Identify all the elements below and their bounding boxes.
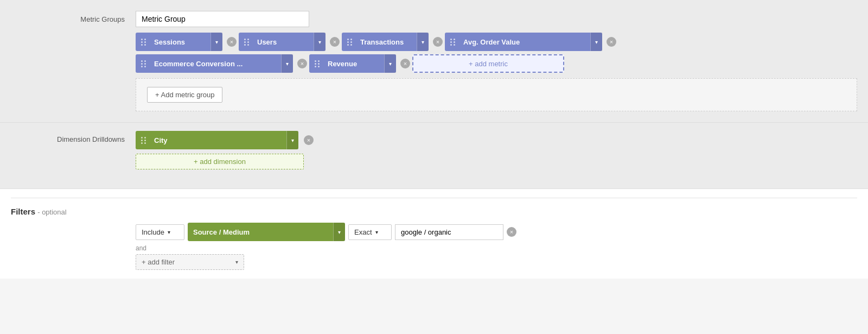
filters-label: Filters (11, 207, 35, 216)
add-filter-row: + add filter ▾ (136, 254, 857, 270)
caret-sessions: ▾ (215, 39, 218, 45)
metric-chip-sessions-label: Sessions (152, 38, 210, 46)
metric-chip-ecommerce-dropdown[interactable]: ▾ (281, 54, 293, 73)
metric-chip-users-label: Users (255, 38, 314, 46)
drag-handle-users[interactable] (239, 39, 255, 46)
metric-chip-users-close[interactable]: × (330, 37, 340, 47)
dimension-chip-city-label: City (152, 136, 286, 144)
add-metric-group-container: + Add metric group (136, 78, 857, 111)
main-container: Metric Groups (0, 0, 868, 279)
drag-dots-users (242, 39, 252, 46)
filter-value-input[interactable] (395, 224, 503, 240)
filters-optional: - optional (37, 208, 66, 216)
metric-chip-revenue-close[interactable]: × (400, 59, 410, 68)
metric-chip-avg-order-dropdown[interactable]: ▾ (590, 33, 602, 51)
dimension-chips-row: City ▾ × (136, 131, 857, 149)
dimension-chip-city: City ▾ (136, 131, 298, 149)
filters-title: Filters - optional (11, 198, 857, 216)
filter-row: Include ▾ Source / Medium ▾ Exact ▾ × (136, 223, 857, 241)
drag-dots-transactions (345, 39, 355, 46)
add-metric-group-button[interactable]: + Add metric group (147, 87, 222, 103)
source-medium-label: Source / Medium (188, 228, 333, 236)
metric-chip-revenue-label: Revenue (326, 60, 384, 68)
add-metric-label: + add metric (469, 60, 508, 68)
source-medium-chip: Source / Medium ▾ (188, 223, 345, 241)
metrics-row-1: Sessions ▾ × (136, 33, 857, 51)
metric-groups-section: Metric Groups (0, 0, 868, 123)
drag-handle-revenue[interactable] (309, 60, 326, 67)
metric-chip-ecommerce: Ecommerce Conversion ... ▾ (136, 54, 293, 73)
dimension-label: Dimension Drilldowns (11, 131, 136, 143)
metric-groups-content: Sessions ▾ × (136, 11, 857, 111)
dimension-row: Dimension Drilldowns City (0, 131, 868, 180)
metric-groups-row: Metric Groups (0, 11, 868, 122)
dimension-content: City ▾ × + add dimension (136, 131, 857, 169)
add-dimension-button[interactable]: + add dimension (136, 154, 304, 169)
add-filter-button[interactable]: + add filter ▾ (136, 254, 244, 270)
drag-handle-transactions[interactable] (342, 39, 358, 46)
metric-chip-users-dropdown[interactable]: ▾ (314, 33, 326, 51)
exact-caret-icon: ▾ (375, 229, 378, 235)
include-caret-icon: ▾ (168, 229, 170, 235)
metric-chip-transactions-close[interactable]: × (433, 37, 443, 47)
exact-label: Exact (354, 228, 372, 236)
metric-chip-avg-order: Avg. Order Value ▾ (445, 33, 602, 51)
metric-chip-transactions-label: Transactions (358, 38, 417, 46)
drag-handle-avg-order[interactable] (445, 39, 461, 46)
metric-groups-label: Metric Groups (11, 11, 136, 23)
filters-section: Filters - optional Include ▾ Source / Me… (0, 189, 868, 279)
caret-source-medium: ▾ (338, 229, 341, 235)
metric-chip-transactions-dropdown[interactable]: ▾ (417, 33, 429, 51)
drag-dots-city (139, 137, 149, 144)
include-dropdown[interactable]: Include ▾ (136, 224, 184, 240)
metric-group-name-input[interactable] (136, 11, 309, 27)
dimension-chip-city-dropdown[interactable]: ▾ (286, 131, 298, 149)
caret-city: ▾ (291, 137, 294, 143)
metrics-row-2: Ecommerce Conversion ... ▾ × (136, 54, 857, 73)
caret-users: ▾ (318, 39, 321, 45)
dimension-section: Dimension Drilldowns City (0, 123, 868, 189)
metric-chip-transactions: Transactions ▾ (342, 33, 429, 51)
exact-dropdown[interactable]: Exact ▾ (348, 224, 392, 240)
metric-chip-avg-order-label: Avg. Order Value (461, 38, 590, 46)
add-filter-caret-icon: ▾ (235, 259, 238, 265)
drag-dots-ecommerce (139, 60, 149, 67)
caret-avg-order: ▾ (595, 39, 598, 45)
drag-dots-sessions (139, 39, 149, 46)
drag-dots-revenue (312, 60, 322, 67)
caret-ecommerce: ▾ (286, 61, 289, 67)
metric-chip-avg-order-close[interactable]: × (607, 37, 616, 47)
dimension-chip-city-close[interactable]: × (304, 135, 314, 145)
metric-chip-ecommerce-close[interactable]: × (297, 59, 307, 68)
metric-chip-ecommerce-label: Ecommerce Conversion ... (152, 60, 281, 68)
caret-transactions: ▾ (422, 39, 424, 45)
add-filter-label: + add filter (142, 258, 175, 266)
add-metric-button[interactable]: + add metric (412, 54, 564, 73)
and-text: and (136, 244, 857, 252)
drag-dots-avg-order (448, 39, 458, 46)
drag-handle-city[interactable] (136, 137, 152, 144)
metric-chip-users: Users ▾ (239, 33, 326, 51)
metric-chip-sessions: Sessions ▾ (136, 33, 222, 51)
metric-chip-sessions-close[interactable]: × (227, 37, 237, 47)
source-medium-dropdown[interactable]: ▾ (333, 223, 345, 241)
include-label: Include (142, 228, 164, 236)
metric-chip-revenue: Revenue ▾ (309, 54, 396, 73)
drag-handle-ecommerce[interactable] (136, 60, 152, 67)
drag-handle-sessions[interactable] (136, 39, 152, 46)
metric-chip-revenue-dropdown[interactable]: ▾ (384, 54, 396, 73)
caret-revenue: ▾ (389, 61, 392, 67)
metric-chip-sessions-dropdown[interactable]: ▾ (210, 33, 222, 51)
filter-close-button[interactable]: × (507, 227, 516, 237)
